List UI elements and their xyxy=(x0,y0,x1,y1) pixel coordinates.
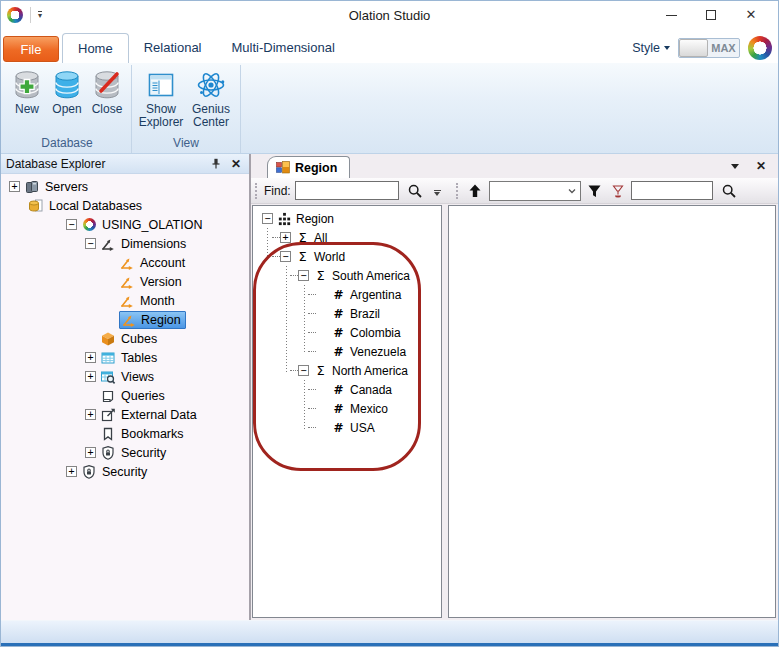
tree-line xyxy=(308,427,316,428)
close-button[interactable]: ✕ xyxy=(738,6,764,24)
sigma-icon: Σ xyxy=(295,249,310,265)
selected-item-highlight: Region xyxy=(119,311,186,329)
region-node-brazil[interactable]: #Brazil xyxy=(253,304,441,323)
maximize-button[interactable] xyxy=(698,6,724,24)
region-node-world[interactable]: −ΣWorld xyxy=(253,247,441,266)
explorer-item-queries[interactable]: Queries xyxy=(1,386,249,405)
expand-toggle[interactable]: + xyxy=(85,352,96,363)
explorer-item-security[interactable]: +Security xyxy=(1,462,249,481)
expand-toggle[interactable]: + xyxy=(66,466,77,477)
apply-filter-button[interactable] xyxy=(585,181,605,201)
region-grid-icon xyxy=(277,211,292,227)
explorer-item-month[interactable]: Month xyxy=(1,291,249,310)
hash-icon: # xyxy=(331,382,346,398)
expand-toggle[interactable]: + xyxy=(85,447,96,458)
region-node-colombia[interactable]: #Colombia xyxy=(253,323,441,342)
collapse-toggle[interactable]: − xyxy=(262,213,273,224)
region-node-south-america[interactable]: −ΣSouth America xyxy=(253,266,441,285)
collapse-toggle[interactable]: − xyxy=(298,365,309,376)
external-data-icon xyxy=(100,407,116,423)
title-bar: ▾ Olation Studio ✕ xyxy=(1,1,778,29)
collapse-toggle[interactable]: − xyxy=(280,251,291,262)
file-tab[interactable]: File xyxy=(3,36,59,62)
open-button[interactable]: Open xyxy=(47,65,87,116)
show-explorer-button[interactable]: Show Explorer xyxy=(136,65,186,129)
toolbar-grip[interactable] xyxy=(456,183,459,199)
minimize-button[interactable] xyxy=(658,6,684,24)
tree-line xyxy=(308,408,316,409)
find-input[interactable] xyxy=(295,181,399,200)
tree-item-label: Brazil xyxy=(350,306,380,322)
explorer-item-external-data[interactable]: +External Data xyxy=(1,405,249,424)
region-node-venezuela[interactable]: #Venezuela xyxy=(253,342,441,361)
ribbon: NewOpenCloseDatabaseShow ExplorerGenius … xyxy=(1,63,778,154)
region-hierarchy-pane: −Region+ΣAll−ΣWorld−ΣSouth America#Argen… xyxy=(252,205,442,618)
region-node-region[interactable]: −Region xyxy=(253,209,441,228)
tab-list-dropdown-icon[interactable] xyxy=(728,159,742,173)
security-icon xyxy=(100,445,116,461)
group-label-view: View xyxy=(136,135,236,153)
style-dropdown[interactable]: Style xyxy=(632,41,670,55)
explorer-item-views[interactable]: +Views xyxy=(1,367,249,386)
region-document-tab[interactable]: Region xyxy=(267,156,350,178)
explorer-item-cubes[interactable]: Cubes xyxy=(1,329,249,348)
toolbar-grip[interactable] xyxy=(255,183,258,199)
detail-pane xyxy=(448,205,776,618)
region-node-north-america[interactable]: −ΣNorth America xyxy=(253,361,441,380)
tab-home[interactable]: Home xyxy=(62,33,129,63)
tree-item-label: Colombia xyxy=(350,325,401,341)
hash-icon: # xyxy=(331,420,346,436)
close-document-icon[interactable]: ✕ xyxy=(754,159,768,173)
explorer-item-version[interactable]: Version xyxy=(1,272,249,291)
olation-brand-icon xyxy=(748,36,772,60)
region-node-canada[interactable]: #Canada xyxy=(253,380,441,399)
tree-item-label: Argentina xyxy=(350,287,401,303)
expand-toggle[interactable]: + xyxy=(85,371,96,382)
explorer-item-local-databases[interactable]: Local Databases xyxy=(1,196,249,215)
tree-line xyxy=(290,275,298,276)
filter-search-button[interactable] xyxy=(717,181,741,201)
tree-item-label: Mexico xyxy=(350,401,388,417)
expand-toggle[interactable]: + xyxy=(280,232,291,243)
toolbar-overflow-button[interactable] xyxy=(431,184,444,202)
close-button[interactable]: Close xyxy=(87,65,127,116)
find-search-button[interactable] xyxy=(403,181,427,201)
button-label: Close xyxy=(92,103,123,116)
explorer-item-bookmarks[interactable]: Bookmarks xyxy=(1,424,249,443)
filter-search-input[interactable] xyxy=(631,181,713,200)
pin-icon[interactable] xyxy=(208,156,224,172)
tab-relational[interactable]: Relational xyxy=(129,33,217,63)
region-node-argentina[interactable]: #Argentina xyxy=(253,285,441,304)
collapse-toggle[interactable]: − xyxy=(85,238,96,249)
clear-filter-button[interactable] xyxy=(609,181,627,201)
document-panes: −Region+ΣAll−ΣWorld−ΣSouth America#Argen… xyxy=(251,204,778,620)
region-node-usa[interactable]: #USA xyxy=(253,418,441,437)
collapse-toggle[interactable]: − xyxy=(298,270,309,281)
explorer-item-servers[interactable]: +Servers xyxy=(1,177,249,196)
database-local-icon xyxy=(28,198,44,214)
tab-multi-dimensional[interactable]: Multi-Dimensional xyxy=(217,33,350,63)
explorer-item-account[interactable]: Account xyxy=(1,253,249,272)
new-button[interactable]: New xyxy=(7,65,47,116)
region-node-mexico[interactable]: #Mexico xyxy=(253,399,441,418)
move-up-button[interactable] xyxy=(465,181,485,201)
explorer-item-dimensions[interactable]: −Dimensions xyxy=(1,234,249,253)
tree-item-label: Local Databases xyxy=(49,198,142,214)
expand-toggle[interactable]: + xyxy=(9,181,20,192)
genius-center-button[interactable]: Genius Center xyxy=(186,65,236,129)
document-tab-label: Region xyxy=(295,161,337,175)
close-panel-icon[interactable]: ✕ xyxy=(228,156,244,172)
explorer-item-security[interactable]: +Security xyxy=(1,443,249,462)
ribbon-tab-row: File HomeRelationalMulti-Dimensional Sty… xyxy=(1,29,778,63)
max-toggle[interactable]: MAX xyxy=(678,38,740,58)
ribbon-group-database: NewOpenCloseDatabase xyxy=(3,65,132,153)
expand-toggle[interactable]: + xyxy=(85,409,96,420)
sigma-icon: Σ xyxy=(295,230,310,246)
explorer-item-region[interactable]: Region xyxy=(1,310,249,329)
collapse-toggle[interactable]: − xyxy=(66,219,77,230)
region-node-all[interactable]: +ΣAll xyxy=(253,228,441,247)
filter-level-combobox[interactable] xyxy=(489,181,581,201)
tree-item-label: Cubes xyxy=(121,331,157,347)
explorer-item-tables[interactable]: +Tables xyxy=(1,348,249,367)
explorer-item-using-olation[interactable]: −USING_OLATION xyxy=(1,215,249,234)
